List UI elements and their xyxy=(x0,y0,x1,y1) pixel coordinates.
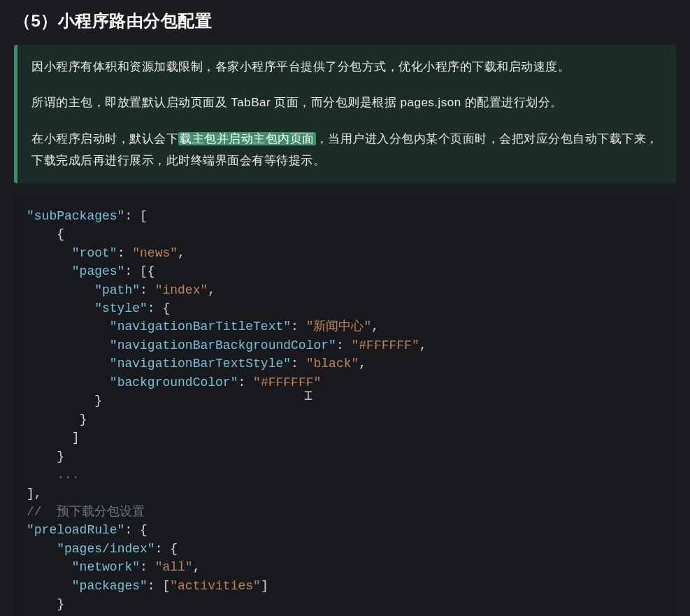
code-string: "#FFFFFF" xyxy=(253,375,321,389)
code-key: "preloadRule" xyxy=(27,523,124,537)
code-key: "packages" xyxy=(72,579,148,593)
section-heading: （5）小程序路由分包配置 xyxy=(14,10,676,32)
code-key: "style" xyxy=(94,301,148,315)
code-key: "navigationBarBackgroundColor" xyxy=(110,338,336,352)
code-key: "pages/index" xyxy=(57,542,154,556)
blockquote: 因小程序有体积和资源加载限制，各家小程序平台提供了分包方式，优化小程序的下载和启… xyxy=(14,45,676,183)
code-key: "navigationBarTextStyle" xyxy=(110,357,291,371)
code-key: "network" xyxy=(72,560,140,574)
code-key: "path" xyxy=(94,283,140,297)
code-key: "root" xyxy=(72,246,117,260)
code-key: "backgroundColor" xyxy=(110,375,238,389)
code-string: "black" xyxy=(306,357,359,371)
quote-line-1: 因小程序有体积和资源加载限制，各家小程序平台提供了分包方式，优化小程序的下载和启… xyxy=(31,56,662,78)
code-string: "index" xyxy=(155,283,208,297)
code-string: "activities" xyxy=(170,579,261,593)
code-ellipsis: ... xyxy=(57,468,79,482)
highlighted-text: 载主包并启动主包内页面 xyxy=(178,132,316,145)
code-string: "新闻中心" xyxy=(306,320,372,334)
quote-line-2: 所谓的主包，即放置默认启动页面及 TabBar 页面，而分包则是根据 pages… xyxy=(31,92,662,113)
quote-line-3: 在小程序启动时，默认会下载主包并启动主包内页面，当用户进入分包内某个页面时，会把… xyxy=(31,128,662,172)
code-block: ⌶"subPackages": [ { "root": "news", "pag… xyxy=(14,196,676,616)
code-key: "subPackages" xyxy=(27,209,124,223)
code-key: "pages" xyxy=(72,264,125,278)
code-string: "all" xyxy=(155,560,193,574)
code-string: "news" xyxy=(132,246,178,260)
code-comment: // 预下载分包设置 xyxy=(27,505,145,519)
code-string: "#FFFFFF" xyxy=(352,338,419,352)
quote-line-3-before: 在小程序启动时，默认会下 xyxy=(31,132,178,145)
code-key: "navigationBarTitleText" xyxy=(110,320,291,334)
